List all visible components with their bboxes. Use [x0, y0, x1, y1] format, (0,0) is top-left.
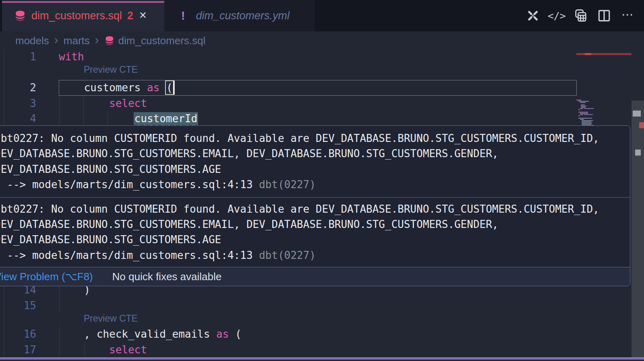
scrollbar[interactable] — [632, 101, 644, 361]
no-quick-fixes-label: No quick fixes available — [112, 271, 222, 283]
minimap-row — [576, 112, 632, 113]
minimap-row — [576, 113, 632, 114]
warning-exclamation-icon: ! — [181, 9, 185, 23]
minimap-row — [576, 103, 632, 104]
compile-code-icon[interactable]: </> — [549, 8, 564, 23]
minimap-row — [576, 120, 632, 121]
code-line[interactable]: 2 customers as ( — [0, 80, 631, 96]
minimap-row — [576, 105, 632, 105]
minimap-row — [576, 102, 632, 103]
line-number: 3 — [0, 96, 36, 111]
code-text[interactable]: , check_valid_emails as ( — [59, 326, 242, 342]
popup-status-bar: View Problem (⌥F8) No quick fixes availa… — [0, 267, 630, 286]
error-message-line: DEV_DATABASE.BRUNO.STG_CUSTOMERS.EMAIL, … — [0, 217, 630, 232]
error-message-line: dbt0227: No column CUSTOMERID found. Ava… — [0, 131, 630, 146]
code-text[interactable]: select — [59, 342, 147, 358]
error-message-line: DEV_DATABASE.BRUNO.STG_CUSTOMERS.AGE — [0, 162, 630, 177]
minimap-row — [576, 117, 632, 117]
error-message-block: dbt0227: No column CUSTOMERID found. Ava… — [0, 198, 630, 264]
editor-actions: </> ⋯ — [526, 0, 635, 31]
code-text[interactable]: customers as ( — [59, 80, 173, 96]
error-message-block: dbt0227: No column CUSTOMERID found. Ava… — [0, 126, 630, 197]
preview-cte-code-lens[interactable]: Preview CTE — [84, 64, 138, 75]
code-line[interactable]: 4 customerId — [0, 111, 631, 127]
error-location-line: --> models/marts/dim_customers.sql:4:13 … — [0, 177, 630, 192]
code-line[interactable]: 17 select — [0, 342, 631, 358]
line-number: 17 — [0, 342, 36, 358]
code-text[interactable]: with — [59, 49, 84, 65]
error-message-line: dbt0227: No column CUSTOMERID found. Ava… — [0, 201, 630, 217]
line-number: 16 — [0, 326, 36, 342]
error-code-label: dbt(0227) — [259, 178, 316, 191]
tab-dim-customers-sql[interactable]: dim_customers.sql 2 × — [2, 0, 164, 31]
minimap-row — [576, 111, 632, 111]
tab-problem-badge: 2 — [127, 10, 133, 22]
minimap-row — [576, 108, 632, 109]
line-number: 4 — [0, 111, 36, 127]
chevron-right-icon: › — [95, 33, 99, 47]
minimap-row — [576, 124, 632, 125]
active-tab-accent — [2, 1, 164, 3]
code-line[interactable]: 15 — [0, 298, 631, 314]
minimap-row — [576, 118, 632, 119]
database-icon — [14, 10, 26, 22]
preview-cte-code-lens[interactable]: Preview CTE — [84, 313, 138, 324]
chevron-right-icon: › — [54, 33, 58, 47]
overview-ruler-mark — [635, 150, 641, 156]
code-lens-row: Preview CTE — [0, 64, 631, 80]
breadcrumb-item-marts[interactable]: marts — [64, 35, 90, 47]
minimap-row — [576, 123, 632, 123]
database-icon — [104, 35, 115, 46]
overview-ruler-mark — [633, 111, 641, 117]
minimap-error-line — [576, 53, 632, 55]
breadcrumb-item-models[interactable]: models — [15, 35, 49, 47]
tab-dim-customers-yml[interactable]: ! dim_customers.yml — [164, 0, 315, 31]
minimap-row — [576, 107, 632, 108]
tab-filename: dim_customers.yml — [196, 10, 290, 22]
tab-bar: dim_customers.sql 2 × ! dim_customers.ym… — [0, 0, 644, 31]
line-number: 15 — [0, 298, 36, 314]
minimap-row — [576, 115, 632, 116]
view-problem-link[interactable]: View Problem (⌥F8) — [0, 271, 93, 283]
minimap-row — [576, 106, 632, 107]
code-line[interactable]: 16 , check_valid_emails as ( — [0, 326, 631, 342]
minimap-row — [576, 114, 632, 115]
minimap-row — [576, 121, 632, 122]
minimap-row — [576, 109, 632, 110]
error-message-line: DEV_DATABASE.BRUNO.STG_CUSTOMERS.AGE — [0, 232, 630, 247]
editor-window: dim_customers.sql 2 × ! dim_customers.ym… — [0, 0, 644, 361]
code-line[interactable]: 1with — [0, 49, 631, 65]
error-code-label: dbt(0227) — [259, 249, 316, 261]
breadcrumb-item-file[interactable]: dim_customers.sql — [104, 35, 206, 47]
minimap-row — [576, 119, 632, 120]
minimap-row — [576, 100, 632, 101]
tab-filename: dim_customers.sql — [31, 10, 122, 22]
code-line[interactable]: 3 select — [0, 96, 631, 111]
split-editor-icon[interactable] — [597, 8, 611, 23]
minimap-row — [576, 101, 632, 102]
panel-resize-sash[interactable] — [0, 357, 644, 360]
line-number: 2 — [0, 80, 36, 96]
dbt-logo-icon[interactable] — [526, 8, 540, 23]
error-message-line: DEV_DATABASE.BRUNO.STG_CUSTOMERS.EMAIL, … — [0, 146, 630, 161]
text-cursor-bracket: ( — [165, 80, 175, 95]
error-hover-popup: dbt0227: No column CUSTOMERID found. Ava… — [0, 125, 630, 286]
error-token-customerid: customerId — [134, 112, 198, 125]
close-icon[interactable]: × — [139, 9, 147, 21]
line-number: 1 — [0, 49, 36, 65]
error-location-line: --> models/marts/dim_customers.sql:4:13 … — [0, 248, 630, 263]
code-text[interactable]: customerId — [59, 111, 197, 127]
copy-table-icon[interactable] — [573, 8, 588, 23]
more-actions-icon[interactable]: ⋯ — [621, 8, 635, 23]
breadcrumb: models › marts › dim_customers.sql — [15, 31, 206, 50]
code-text[interactable]: select — [59, 96, 147, 111]
overview-ruler-mark — [639, 122, 644, 128]
